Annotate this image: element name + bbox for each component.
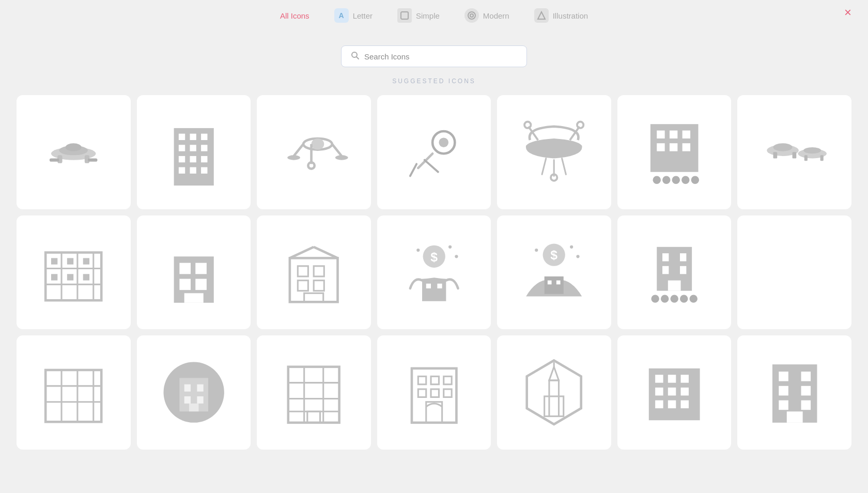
nav-simple[interactable]: Simple xyxy=(397,8,440,23)
svg-rect-127 xyxy=(184,396,190,404)
svg-rect-128 xyxy=(197,396,203,404)
svg-point-55 xyxy=(691,176,699,184)
svg-line-88 xyxy=(290,246,314,258)
svg-rect-25 xyxy=(201,167,207,174)
icon-card[interactable] xyxy=(257,95,371,209)
svg-rect-83 xyxy=(298,266,308,276)
svg-rect-47 xyxy=(683,131,690,138)
svg-point-116 xyxy=(690,295,698,302)
svg-point-43 xyxy=(551,175,557,181)
svg-rect-21 xyxy=(190,156,196,162)
svg-line-38 xyxy=(424,160,438,172)
svg-rect-151 xyxy=(655,375,663,382)
illus-label: Illustration xyxy=(553,11,588,20)
svg-rect-157 xyxy=(655,400,663,408)
svg-rect-149 xyxy=(545,396,564,417)
svg-rect-165 xyxy=(779,400,788,410)
icon-card[interactable] xyxy=(137,215,251,330)
svg-rect-85 xyxy=(298,280,308,290)
svg-point-112 xyxy=(651,295,659,302)
svg-rect-167 xyxy=(786,411,802,423)
icon-card[interactable] xyxy=(137,95,251,209)
icon-card[interactable] xyxy=(377,95,491,209)
svg-rect-146 xyxy=(549,380,559,416)
icon-card[interactable] xyxy=(617,95,732,209)
icon-card[interactable] xyxy=(497,95,611,209)
svg-rect-71 xyxy=(67,258,73,264)
svg-rect-130 xyxy=(288,367,339,423)
svg-rect-81 xyxy=(184,293,203,303)
svg-rect-62 xyxy=(804,155,807,161)
svg-rect-104 xyxy=(548,280,552,284)
svg-rect-156 xyxy=(681,388,689,395)
svg-rect-139 xyxy=(431,377,439,384)
svg-rect-126 xyxy=(197,384,203,392)
svg-rect-79 xyxy=(179,279,191,290)
svg-rect-143 xyxy=(444,389,452,397)
svg-rect-73 xyxy=(51,274,57,280)
nav-letter[interactable]: A Letter xyxy=(334,8,373,23)
svg-rect-97 xyxy=(437,283,442,288)
icon-card[interactable]: $ xyxy=(377,215,491,330)
svg-point-27 xyxy=(312,138,324,150)
nav-all-icons[interactable]: All Icons xyxy=(280,11,309,20)
icon-card[interactable] xyxy=(137,335,251,450)
svg-point-114 xyxy=(670,295,678,302)
icon-card[interactable] xyxy=(617,215,732,330)
svg-rect-109 xyxy=(662,266,669,274)
svg-rect-163 xyxy=(779,386,788,396)
icon-card[interactable]: $ xyxy=(497,215,611,330)
icon-card[interactable] xyxy=(257,335,371,450)
svg-line-28 xyxy=(294,144,304,156)
icon-card[interactable] xyxy=(617,335,732,450)
icon-card[interactable] xyxy=(257,215,371,330)
icon-card[interactable] xyxy=(737,335,851,450)
svg-rect-18 xyxy=(190,145,196,151)
all-icons-label: All Icons xyxy=(280,11,309,20)
search-container xyxy=(0,45,868,67)
icon-card[interactable] xyxy=(17,335,131,450)
svg-point-115 xyxy=(680,295,688,302)
svg-point-92 xyxy=(455,255,458,258)
svg-rect-16 xyxy=(201,134,207,140)
svg-marker-147 xyxy=(549,367,559,380)
svg-rect-159 xyxy=(681,400,689,408)
svg-marker-3 xyxy=(538,12,545,19)
search-box xyxy=(341,45,527,67)
svg-point-102 xyxy=(577,255,580,258)
nav-illustration[interactable]: Illustration xyxy=(534,8,588,23)
icon-grid-row3 xyxy=(0,335,868,450)
svg-rect-49 xyxy=(670,143,677,151)
svg-rect-20 xyxy=(179,156,185,162)
svg-point-30 xyxy=(287,155,300,160)
icon-card[interactable] xyxy=(377,335,491,450)
nav-modern[interactable]: Modern xyxy=(464,8,509,23)
svg-rect-15 xyxy=(190,134,196,140)
search-input[interactable] xyxy=(364,52,517,61)
icon-card[interactable] xyxy=(17,95,131,209)
icon-card[interactable] xyxy=(17,215,131,330)
svg-marker-145 xyxy=(527,361,581,425)
svg-rect-154 xyxy=(655,388,663,395)
svg-rect-10 xyxy=(50,159,59,162)
svg-rect-87 xyxy=(304,293,323,302)
suggested-icons-label: SUGGESTED ICONS xyxy=(0,78,868,85)
icon-card[interactable] xyxy=(737,95,851,209)
svg-point-53 xyxy=(672,176,680,184)
letter-label: Letter xyxy=(353,11,373,20)
svg-rect-58 xyxy=(773,152,777,158)
svg-rect-84 xyxy=(314,266,324,276)
icon-card[interactable] xyxy=(497,335,611,450)
svg-point-31 xyxy=(335,155,348,160)
svg-rect-80 xyxy=(195,279,207,290)
icon-grid-row1 xyxy=(0,95,868,209)
svg-point-101 xyxy=(570,245,573,248)
close-button[interactable]: × xyxy=(844,6,851,19)
icon-card[interactable] xyxy=(737,215,851,330)
svg-rect-70 xyxy=(51,258,57,264)
svg-point-57 xyxy=(773,143,792,151)
svg-rect-110 xyxy=(680,266,686,274)
svg-rect-72 xyxy=(83,258,89,264)
svg-rect-162 xyxy=(801,372,811,381)
svg-rect-24 xyxy=(190,167,196,174)
